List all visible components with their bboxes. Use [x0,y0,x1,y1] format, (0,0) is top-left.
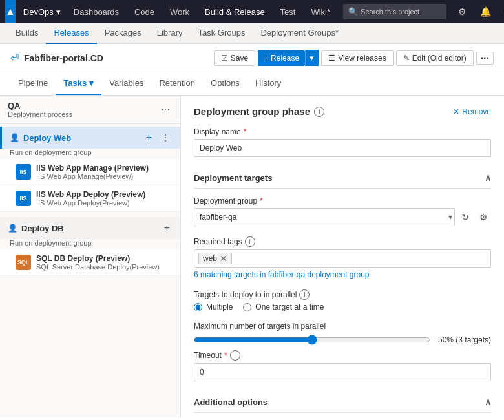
task-iis-manage[interactable]: IIS IIS Web App Manage (Preview) IIS Web… [0,159,180,185]
deploy-web-more-icon[interactable]: ⋮ [158,131,173,144]
nav-work[interactable]: Work [162,0,197,23]
additional-options-header: Additional options ∧ [194,392,491,413]
plus-release-icon: + [264,54,268,63]
web-tag: web ✕ [198,253,232,264]
search-bar[interactable]: 🔍 Search this project [343,4,446,19]
deploy-db-title: Deploy DB [21,224,158,233]
subnav-task-groups[interactable]: Task Groups [190,23,253,44]
timeout-input[interactable] [194,363,491,381]
iis-manage-icon: IIS [16,164,31,180]
display-name-input[interactable] [194,139,491,157]
release-dropdown-button[interactable]: ▾ [305,50,319,66]
radio-one-at-a-time[interactable]: One target at a time [243,302,324,311]
remove-web-tag-button[interactable]: ✕ [220,254,227,263]
sub-navigation: Builds Releases Packages Library Task Gr… [0,23,504,44]
max-targets-label: Maximum number of targets in parallel [194,322,491,331]
slider-value-display: 50% (3 targets) [438,335,491,344]
deployment-group-section: Deployment group * fabfiber-qa ▾ ↻ ⚙ [194,196,491,226]
nav-code[interactable]: Code [127,0,162,23]
left-panel: QA Deployment process ⋯ 👤 Deploy Web + ⋮… [0,96,181,417]
stage-more-icon[interactable]: ⋯ [158,103,173,116]
subnav-builds[interactable]: Builds [8,23,46,44]
tab-pipeline[interactable]: Pipeline [10,72,56,95]
save-button[interactable]: ☑ Save [214,50,255,66]
targets-parallel-label: Targets to deploy to in parallel i [194,289,491,300]
required-tags-info-icon[interactable]: i [245,236,255,247]
pipeline-back-icon: ⏎ [10,52,19,64]
task-iis-deploy-title: IIS Web App Deploy (Preview) [36,190,173,199]
top-navigation: ▲ DevOps ▾ Dashboards Code Work Build & … [0,0,504,23]
deploy-web-group-header[interactable]: 👤 Deploy Web + ⋮ [0,127,180,149]
deployment-targets-toggle[interactable]: ∧ [485,173,491,183]
deployment-group-row: fabfiber-qa ▾ ↻ ⚙ [194,208,491,226]
slider-row: 50% (3 targets) [194,335,491,345]
right-panel-header: Deployment group phase i ✕ Remove [194,106,491,117]
task-iis-manage-subtitle: IIS Web App Manage(Preview) [36,173,173,180]
iis-deploy-icon: IIS [16,191,31,206]
person-db-icon: 👤 [8,224,17,233]
nav-build-release[interactable]: Build & Release [197,0,273,23]
task-iis-manage-info: IIS Web App Manage (Preview) IIS Web App… [36,163,173,180]
timeout-info-icon[interactable]: i [230,350,240,361]
tasks-dropdown-icon: ▾ [89,78,94,88]
task-sql-deploy-subtitle: SQL Server Database Deploy(Preview) [36,263,173,271]
nav-wiki[interactable]: Wiki* [303,0,338,23]
nav-test[interactable]: Test [273,0,304,23]
task-iis-deploy-info: IIS Web App Deploy (Preview) IIS Web App… [36,190,173,207]
deploy-web-title: Deploy Web [23,133,140,143]
devops-nav-item[interactable]: DevOps ▾ [18,7,66,17]
deploy-db-group: 👤 Deploy DB + Run on deployment group SQ… [0,217,180,276]
task-iis-deploy[interactable]: IIS IIS Web App Deploy (Preview) IIS Web… [0,185,180,212]
subnav-releases[interactable]: Releases [46,23,96,44]
max-targets-section: Maximum number of targets in parallel 50… [194,322,491,345]
tab-history[interactable]: History [247,72,289,95]
phase-title-info-icon[interactable]: i [314,107,324,117]
settings-icon[interactable]: ⚙ [452,1,472,22]
tags-input[interactable]: web ✕ [194,249,491,268]
deploy-db-group-header[interactable]: 👤 Deploy DB + [0,217,180,239]
deploy-db-subtitle: Run on deployment group [0,239,180,249]
display-name-label: Display name * [194,127,491,136]
tab-retention[interactable]: Retention [151,72,203,95]
targets-radio-group: Multiple One target at a time [194,302,491,311]
release-button[interactable]: + Release [258,50,305,66]
right-panel: Deployment group phase i ✕ Remove Displa… [181,96,504,417]
radio-multiple[interactable]: Multiple [194,302,233,311]
edit-old-editor-button[interactable]: ✎ Edit (Old editor) [396,50,474,66]
task-iis-deploy-subtitle: IIS Web App Deploy(Preview) [36,199,173,207]
required-tags-section: Required tags i web ✕ 6 matching targets… [194,236,491,279]
deployment-group-link[interactable]: fabfiber-qa deployment group [268,270,370,279]
azure-devops-logo[interactable]: ▲ [5,0,16,23]
sql-deploy-icon: SQL [16,255,31,270]
subnav-packages[interactable]: Packages [97,23,149,44]
tab-variables[interactable]: Variables [101,72,151,95]
view-releases-button[interactable]: ☰ View releases [321,50,393,66]
display-name-section: Display name * [194,127,491,157]
tab-options[interactable]: Options [203,72,247,95]
remove-button[interactable]: ✕ Remove [453,107,491,116]
targets-slider[interactable] [194,335,430,345]
tabs-bar: Pipeline Tasks ▾ Variables Retention Opt… [0,72,504,96]
targets-parallel-section: Targets to deploy to in parallel i Multi… [194,289,491,311]
refresh-deployment-group-button[interactable]: ↻ [457,209,473,225]
deployment-targets-header: Deployment targets ∧ [194,167,491,189]
task-sql-deploy-title: SQL DB Deploy (Preview) [36,254,173,263]
person-icon: 👤 [10,133,19,142]
more-options-button[interactable]: ··· [476,52,494,65]
task-sql-deploy[interactable]: SQL SQL DB Deploy (Preview) SQL Server D… [0,249,180,276]
chat-icon[interactable]: 💬 [498,1,504,22]
add-db-task-button[interactable]: + [162,221,173,235]
add-task-button[interactable]: + [143,131,154,145]
deployment-group-settings-button[interactable]: ⚙ [476,209,491,225]
targets-parallel-info-icon[interactable]: i [299,289,310,300]
notifications-icon[interactable]: 🔔 [475,1,496,22]
main-layout: QA Deployment process ⋯ 👤 Deploy Web + ⋮… [0,96,504,417]
subnav-deployment-groups[interactable]: Deployment Groups* [253,23,346,44]
pipeline-title: Fabfiber-portal.CD [24,53,103,63]
timeout-label: Timeout * i [194,350,491,361]
additional-options-toggle[interactable]: ∧ [485,397,491,407]
subnav-library[interactable]: Library [149,23,191,44]
deployment-group-select[interactable]: fabfiber-qa [194,208,455,226]
nav-dashboards[interactable]: Dashboards [66,0,127,23]
tab-tasks[interactable]: Tasks ▾ [56,72,101,95]
